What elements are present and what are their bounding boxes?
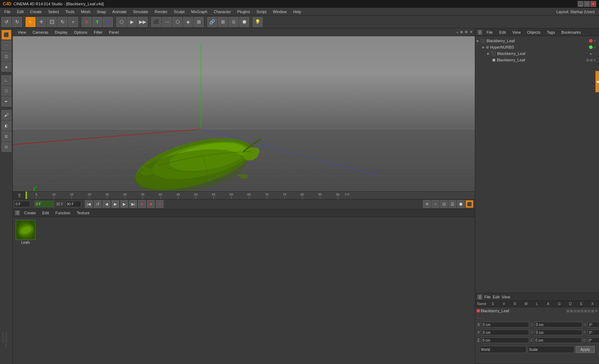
tool-model[interactable]: ⬛ [1,30,11,40]
move-tool-button[interactable]: ✛ [36,17,46,27]
object-mode-button[interactable]: ⬛ [151,17,161,27]
obj-tag-4a[interactable]: ⊞ [586,58,589,62]
point-mode-button[interactable]: ⋯ [162,17,172,27]
start-frame-input[interactable] [34,201,54,207]
render-all-button[interactable]: ▶▶ [138,17,148,27]
menu-snap[interactable]: Snap [94,9,109,15]
obj-vis-2[interactable]: ✓ [593,45,596,49]
right-edge-tab[interactable]: ◀ [595,71,599,92]
menu-render[interactable]: Render [152,9,170,15]
menu-mograph[interactable]: MoGraph [188,9,210,15]
go-to-end-button[interactable]: ▶| [129,200,137,208]
autokey-button[interactable]: ? [156,200,164,208]
coord-z-pos[interactable] [481,337,529,343]
light-icon-button[interactable]: 💡 [253,17,263,27]
apply-button[interactable]: Apply [576,346,595,353]
record-button[interactable]: ● [138,200,146,208]
mat-menu-function[interactable]: Function [53,210,72,216]
vp-menu-options[interactable]: Options [71,29,90,35]
obj-tag-3[interactable]: ⋯ [593,52,596,56]
coord-x-pos[interactable] [481,322,529,327]
coord-transform-dropdown[interactable]: Scale Rotate Move [528,346,575,353]
vp-menu-filter[interactable]: Filter [91,29,105,35]
obj-tag-4b[interactable]: ⊞ [590,58,593,62]
coord-z-rot[interactable] [534,337,582,343]
material-item[interactable]: Leafs [16,220,35,244]
coord-y-size[interactable] [588,330,599,335]
tool-edges[interactable]: ◫ [1,51,11,61]
viewport-canvas[interactable]: Perspective [13,36,475,191]
render-frame-button[interactable]: ▶ [127,17,137,27]
menu-animate[interactable]: Animate [110,9,130,15]
tool-extrude[interactable]: ⬡ [1,86,11,96]
end-frame-input[interactable] [65,201,81,207]
coord-x-size[interactable] [588,322,599,327]
obj-dot-red-1[interactable] [589,39,593,43]
menu-mesh[interactable]: Mesh [78,9,93,15]
grid-button[interactable]: ⊞ [218,17,228,27]
material-thumbnail[interactable] [16,220,35,240]
menu-character[interactable]: Character [211,9,233,15]
data-key-button[interactable]: ⬛ [466,200,473,208]
menu-window[interactable]: Window [270,9,290,15]
x-axis-button[interactable]: X [82,17,92,27]
step-forward-button[interactable]: ▶ [120,200,128,208]
mat-menu-texture[interactable]: Texture [75,210,92,216]
tool-layers[interactable]: ☰ [1,131,11,141]
menu-help[interactable]: Help [290,9,304,15]
tool-pen[interactable]: ✒ [1,96,11,106]
menu-simulate[interactable]: Simulate [130,9,151,15]
obj-vis-3[interactable]: ● [590,52,592,56]
select-tool-button[interactable]: ↖ [26,17,35,27]
menu-tools[interactable]: Tools [62,9,77,15]
stop-button[interactable]: ■ [147,200,155,208]
rotate-key-button[interactable]: ○ [432,200,439,208]
attr-icon-sm-5[interactable]: ⊟ [581,309,583,313]
y-axis-button[interactable]: Y [92,17,102,27]
obj-dot-green-2[interactable] [589,45,593,49]
attr-menu-file[interactable]: File [484,295,491,299]
attr-icon-sm-1[interactable]: ⊞ [566,309,569,313]
menu-script[interactable]: Script [254,9,269,15]
tree-item-grandchild[interactable]: ⬟ Blackberry_Leaf ⊞ ⊞ ✕ [477,57,598,63]
scale-key-button[interactable]: ⊡ [440,200,448,208]
coord-y-rot[interactable] [534,330,582,335]
obj-menu-bookmarks[interactable]: Bookmarks [559,29,583,35]
attr-icon-sm-8[interactable]: ⊞ [591,309,594,313]
menu-plugins[interactable]: Plugins [235,9,253,15]
move-key-button[interactable]: ✛ [423,200,431,208]
poly-mode-button[interactable]: ◈ [183,17,193,27]
coord-y-pos[interactable] [481,330,529,335]
tool-points[interactable]: ⋯ [1,40,11,50]
obj-vis-1[interactable]: ✓ [593,39,596,43]
vp-menu-view[interactable]: View [15,29,29,35]
tree-item-root[interactable]: ▶ ⬛ Blackberry_Leaf ✓ [477,38,598,44]
light-button[interactable]: ⬟ [239,17,249,27]
param-key-button[interactable]: ☰ [449,200,456,208]
edge-mode-button[interactable]: ⬡ [172,17,182,27]
maximize-button[interactable]: □ [584,1,590,7]
add-object-button[interactable]: + [68,17,78,27]
tool-polygons[interactable]: ◈ [1,62,11,72]
tool-extra[interactable]: ⊙ [1,142,11,152]
attr-icon-sm-6[interactable]: ⊞ [584,309,587,313]
attr-icon-sm-2[interactable]: ⊞ [570,309,573,313]
redo-button[interactable]: ↻ [12,17,22,27]
title-bar-controls[interactable]: _ □ ✕ [578,1,596,7]
minimize-button[interactable]: _ [578,1,583,7]
vp-settings-icon[interactable]: ⚙ [465,30,468,34]
menu-edit[interactable]: Edit [14,9,27,15]
render-region-button[interactable]: ⬡ [116,17,126,27]
menu-sculpt[interactable]: Sculpt [171,9,188,15]
menu-file[interactable]: File [1,9,13,15]
attr-menu-view[interactable]: View [502,295,510,299]
obj-menu-objects[interactable]: Objects [525,29,542,35]
mat-menu-create[interactable]: Create [22,210,38,216]
obj-menu-tags[interactable]: Tags [545,29,557,35]
pla-key-button[interactable]: ⬟ [457,200,465,208]
rotate-tool-button[interactable]: ↻ [57,17,67,27]
z-axis-button[interactable]: Z [103,17,113,27]
vp-close-icon[interactable]: ✕ [469,30,473,34]
obj-menu-file[interactable]: File [484,29,495,35]
menu-create[interactable]: Create [27,9,45,15]
